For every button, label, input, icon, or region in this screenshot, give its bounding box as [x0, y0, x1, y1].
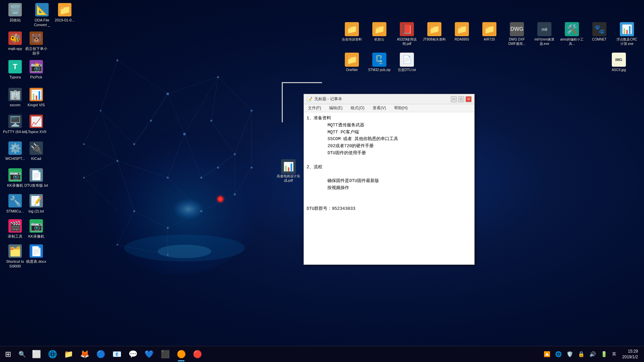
svg-point-41	[100, 110, 102, 112]
high-speed-circuit-icon[interactable]: 📊 高速电路设计实战.pdf	[275, 159, 302, 183]
floating-crc-icon[interactable]: 📊 浮点数及CRC计算.exe	[614, 21, 640, 47]
baidu-dtu-icon[interactable]: 📄 百度DTU.txt	[394, 51, 420, 73]
heba-training-icon[interactable]: 📁 合宙培训资料	[339, 21, 365, 47]
taskbar-app-red[interactable]: 🔴	[189, 346, 205, 362]
mil-mm-icon[interactable]: mil mil与mm换算器.exe	[531, 21, 557, 47]
svg-point-39	[217, 76, 219, 78]
svg-point-61	[158, 245, 211, 258]
svg-line-3	[168, 77, 218, 94]
svg-point-56	[150, 120, 152, 122]
notepad-menu-help[interactable]: 帮助(H)	[393, 105, 409, 112]
taskbar-search[interactable]: 🔍	[16, 346, 28, 362]
notepad-maximize-button[interactable]: □	[458, 96, 464, 102]
taskbar-chat[interactable]: 💬	[125, 346, 141, 362]
dwg-dxf-icon[interactable]: DWG DWG DXF DWF通用...	[504, 21, 530, 47]
picpick-icon[interactable]: 📸 PicPick	[23, 59, 50, 81]
tray-network[interactable]: 🌐	[554, 350, 563, 358]
jizhi-cloud-icon[interactable]: 📁 机智云	[366, 21, 392, 47]
taskbar-task-view[interactable]: ⬜	[28, 346, 44, 362]
svg-point-38	[166, 93, 169, 95]
date-folder-icon[interactable]: 📁 2019-01-0...	[51, 2, 78, 24]
taskbar-app-orange[interactable]: 🟠	[173, 346, 189, 362]
notepad-content[interactable]: 1、准备资料 MQTT透传服务武器 MQTT PC客户端 SSCOM 或者 其他…	[304, 112, 474, 264]
taskbar-pinned-apps: ⬜ 🌐 📁 🦊 🔵 📧 💬 💙 ⬛	[28, 346, 205, 362]
taskbar-system-tray: 🔼 🌐 🛡️ 🔒 🔊 🔋 英 15:29 2019/1/2	[542, 346, 644, 362]
svg-point-55	[83, 177, 85, 179]
onenet-icon[interactable]: 📁 OneNet	[339, 51, 365, 73]
svg-point-49	[234, 193, 236, 195]
desktop: 🗑️ 回收站 📐 ODA File Convert _ 📁 2019-01-0.…	[0, 0, 644, 362]
svg-point-50	[167, 227, 169, 229]
notepad-titlebar: 📝 无标题 - 记事本 ─ □ ✕	[304, 94, 474, 104]
notepad-title-icon: 📝	[307, 97, 312, 102]
notepad-menu-edit[interactable]: 编辑(E)	[328, 105, 344, 112]
notepad-menu-format[interactable]: 格式(O)	[349, 105, 366, 112]
notepad-menubar: 文件(F) 编辑(E) 格式(O) 查看(V) 帮助(H)	[304, 104, 474, 112]
taskbar-file-explorer[interactable]: 📁	[60, 346, 76, 362]
kicad-icon[interactable]: 🔌 KiCad	[23, 140, 50, 162]
clock-date: 2019/1/2	[622, 354, 638, 360]
svg-point-46	[116, 160, 118, 162]
stm32-pcb-icon[interactable]: 🗜️ STM32 pcb.zip	[366, 51, 392, 73]
svg-point-40	[251, 110, 253, 112]
svg-point-48	[200, 210, 202, 212]
dtu-publish-icon[interactable]: 📄 DTU发布版.txt	[23, 167, 50, 189]
search-icon: 🔍	[18, 351, 26, 358]
ltspice-icon[interactable]: 📈 LTspice XVII	[23, 113, 50, 135]
draft-table-icon[interactable]: 📄 稿度表.docx	[23, 243, 50, 265]
svg-point-52	[117, 244, 118, 246]
svg-line-2	[117, 60, 168, 94]
svg-point-43	[183, 133, 186, 135]
svg-point-59	[251, 167, 253, 169]
notepad-title-text: 无标题 - 记事本	[314, 96, 451, 102]
svg-point-47	[167, 177, 169, 179]
comnet-icon[interactable]: 🐾 COMNET	[586, 21, 612, 47]
cursor-pointer	[217, 196, 223, 202]
notepad-menu-view[interactable]: 查看(V)	[371, 105, 387, 112]
yili-icon[interactable]: 🐻 易立创下单小助手	[23, 30, 50, 57]
desktop-right-icons: 📁 合宙培训资料 📁 机智云 📕 A5329使用说明.pdf 📁 JT808相关…	[338, 20, 641, 74]
taskbar-clock[interactable]: 15:29 2019/1/2	[620, 347, 641, 361]
tray-antivirus1[interactable]: 🛡️	[565, 350, 575, 358]
taskbar-vscode[interactable]: 💙	[141, 346, 157, 362]
kk-camera2-icon[interactable]: 📷 KK录像机	[23, 218, 50, 240]
recycle-bin-icon[interactable]: 🗑️ 回收站	[2, 2, 29, 24]
globe-background	[50, 27, 285, 278]
notepad-menu-file[interactable]: 文件(F)	[307, 105, 322, 112]
notepad-close-button[interactable]: ✕	[466, 96, 472, 102]
tray-battery[interactable]: 🔋	[599, 350, 609, 358]
svg-point-58	[217, 167, 219, 169]
taskbar-terminal[interactable]: ⬛	[157, 346, 173, 362]
taskbar: ⊞ 🔍 ⬜ 🌐 📁 🦊 🔵 📧 💬	[0, 346, 644, 362]
jt808-icon[interactable]: 📁 JT808相关资料	[421, 21, 447, 47]
log2-icon[interactable]: 📝 log (2).txt	[23, 193, 50, 215]
svg-point-44	[200, 177, 202, 179]
tray-antivirus2[interactable]: 🔒	[577, 350, 586, 358]
ascii-jpg-icon[interactable]: IMG ASCII.jpg	[606, 51, 632, 73]
svg-point-45	[234, 153, 236, 155]
svg-point-57	[210, 120, 212, 122]
svg-point-51	[133, 210, 135, 212]
notepad-minimize-button[interactable]: ─	[451, 96, 457, 102]
taskbar-edge[interactable]: 🌐	[44, 346, 60, 362]
rda8955-icon[interactable]: 📁 RDA8955	[449, 21, 475, 47]
notepad-window-buttons: ─ □ ✕	[451, 96, 472, 102]
a53229-pdf-icon[interactable]: 📕 A5329使用说明.pdf	[394, 21, 420, 47]
svg-point-54	[83, 143, 85, 145]
kingst-vis-icon[interactable]: 📊 Kingst VIS	[23, 86, 50, 109]
amo-program-icon[interactable]: 🛠️ amo的编程小工具...	[559, 21, 585, 47]
air720-icon[interactable]: 📁 AIR720	[476, 21, 502, 47]
taskbar-ie[interactable]: 🔵	[93, 346, 109, 362]
notepad-window[interactable]: 📝 无标题 - 记事本 ─ □ ✕ 文件(F) 编辑(E) 格式(O) 查看(V…	[304, 94, 475, 265]
svg-line-4	[218, 77, 252, 111]
tray-input-method[interactable]: 英	[611, 351, 618, 358]
taskbar-mail[interactable]: 📧	[109, 346, 125, 362]
start-icon: ⊞	[5, 350, 11, 359]
taskbar-firefox[interactable]: 🦊	[76, 346, 93, 362]
start-button[interactable]: ⊞	[0, 346, 16, 362]
tray-chevron[interactable]: 🔼	[542, 350, 552, 358]
svg-line-25	[84, 111, 101, 144]
svg-line-5	[101, 60, 117, 111]
svg-point-42	[133, 143, 135, 145]
tray-volume[interactable]: 🔊	[588, 350, 597, 358]
